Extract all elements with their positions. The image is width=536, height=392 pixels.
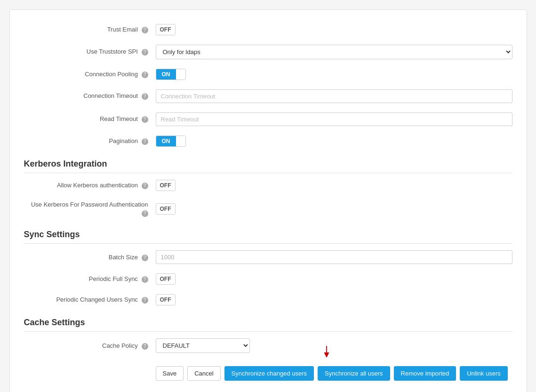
- read-timeout-input[interactable]: [156, 112, 512, 126]
- allow-kerberos-row: Allow Kerberos authentication ? OFF: [24, 175, 512, 196]
- periodic-full-sync-label: Periodic Full Sync ?: [24, 275, 156, 283]
- trust-email-label: Trust Email ?: [24, 25, 156, 34]
- sync-changed-users-button[interactable]: Synchronize changed users: [224, 366, 314, 381]
- action-bar: Save Cancel Synchronize changed users Sy…: [156, 358, 512, 381]
- periodic-changed-sync-toggle[interactable]: OFF: [156, 294, 176, 305]
- kerberos-password-row: Use Kerberos For Password Authentication…: [24, 196, 512, 222]
- periodic-full-sync-row: Periodic Full Sync ? OFF: [24, 269, 512, 289]
- unlink-users-button[interactable]: Unlink users: [460, 366, 508, 381]
- trust-email-control: OFF: [156, 24, 512, 35]
- allow-kerberos-toggle[interactable]: OFF: [156, 180, 176, 191]
- connection-pooling-row: Connection Pooling ? ON: [24, 64, 512, 85]
- kerberos-password-control: OFF: [156, 203, 512, 215]
- arrow-indicator: [320, 344, 334, 360]
- batch-size-label: Batch Size ?: [24, 253, 156, 262]
- truststore-spi-select[interactable]: Only for ldaps Always Never: [156, 45, 512, 59]
- batch-size-help-icon[interactable]: ?: [142, 255, 148, 261]
- allow-kerberos-help-icon[interactable]: ?: [142, 183, 148, 189]
- connection-pooling-toggle[interactable]: ON: [156, 69, 186, 80]
- periodic-changed-sync-row: Periodic Changed Users Sync ? OFF: [24, 289, 512, 310]
- connection-pooling-control: ON: [156, 69, 512, 80]
- periodic-full-sync-control: OFF: [156, 273, 512, 285]
- truststore-spi-control: Only for ldaps Always Never: [156, 45, 512, 59]
- remove-imported-button[interactable]: Remove imported: [394, 366, 456, 381]
- cache-policy-label: Cache Policy ?: [24, 342, 156, 350]
- cancel-button[interactable]: Cancel: [187, 366, 220, 381]
- read-timeout-row: Read Timeout ?: [24, 108, 512, 131]
- cache-section-title: Cache Settings: [24, 310, 512, 332]
- sync-all-users-button[interactable]: Synchronize all users: [318, 366, 390, 381]
- periodic-changed-sync-help-icon[interactable]: ?: [142, 297, 148, 304]
- read-timeout-control: [156, 112, 512, 126]
- pagination-toggle[interactable]: ON: [156, 136, 186, 147]
- allow-kerberos-control: OFF: [156, 180, 512, 191]
- read-timeout-label: Read Timeout ?: [24, 115, 156, 123]
- connection-timeout-help-icon[interactable]: ?: [142, 93, 148, 100]
- pagination-label: Pagination ?: [24, 137, 156, 145]
- cache-policy-select[interactable]: DEFAULT EVICT_DAILY EVICT_WEEKLY MAX_LIF…: [156, 338, 250, 353]
- truststore-spi-help-icon[interactable]: ?: [142, 49, 148, 56]
- trust-email-toggle[interactable]: OFF: [156, 24, 176, 35]
- connection-timeout-row: Connection Timeout ?: [24, 85, 512, 108]
- pagination-help-icon[interactable]: ?: [142, 138, 148, 145]
- sync-section-title: Sync Settings: [24, 222, 512, 244]
- trust-email-help-icon[interactable]: ?: [142, 27, 148, 33]
- pagination-control: ON: [156, 136, 512, 147]
- read-timeout-help-icon[interactable]: ?: [142, 116, 148, 123]
- arrow-svg: [320, 344, 334, 359]
- kerberos-password-label: Use Kerberos For Password Authentication…: [24, 200, 156, 217]
- batch-size-row: Batch Size ?: [24, 246, 512, 269]
- truststore-spi-label: Use Truststore SPI ?: [24, 48, 156, 56]
- kerberos-section-title: Kerberos Integration: [24, 152, 512, 173]
- cache-policy-row: Cache Policy ? DEFAULT EVICT_DAILY EVICT…: [24, 334, 512, 358]
- connection-timeout-input[interactable]: [156, 89, 512, 103]
- cache-policy-control: DEFAULT EVICT_DAILY EVICT_WEEKLY MAX_LIF…: [156, 338, 512, 353]
- connection-pooling-help-icon[interactable]: ?: [142, 72, 148, 78]
- periodic-changed-sync-control: OFF: [156, 294, 512, 305]
- batch-size-input[interactable]: [156, 250, 512, 264]
- truststore-spi-row: Use Truststore SPI ? Only for ldaps Alwa…: [24, 40, 512, 64]
- connection-timeout-control: [156, 89, 512, 103]
- periodic-changed-sync-label: Periodic Changed Users Sync ?: [24, 296, 156, 304]
- kerberos-password-help-icon[interactable]: ?: [142, 210, 148, 217]
- save-button[interactable]: Save: [156, 366, 184, 381]
- periodic-full-sync-help-icon[interactable]: ?: [142, 276, 148, 283]
- trust-email-row: Trust Email ? OFF: [24, 19, 512, 40]
- periodic-full-sync-toggle[interactable]: OFF: [156, 273, 176, 285]
- connection-timeout-label: Connection Timeout ?: [24, 92, 156, 100]
- batch-size-control: [156, 250, 512, 264]
- allow-kerberos-label: Allow Kerberos authentication ?: [24, 181, 156, 190]
- connection-pooling-label: Connection Pooling ?: [24, 70, 156, 79]
- kerberos-password-toggle[interactable]: OFF: [156, 203, 176, 215]
- settings-page: Trust Email ? OFF Use Truststore SPI ? O…: [9, 9, 527, 392]
- pagination-row: Pagination ? ON: [24, 131, 512, 152]
- cache-policy-help-icon[interactable]: ?: [142, 343, 148, 350]
